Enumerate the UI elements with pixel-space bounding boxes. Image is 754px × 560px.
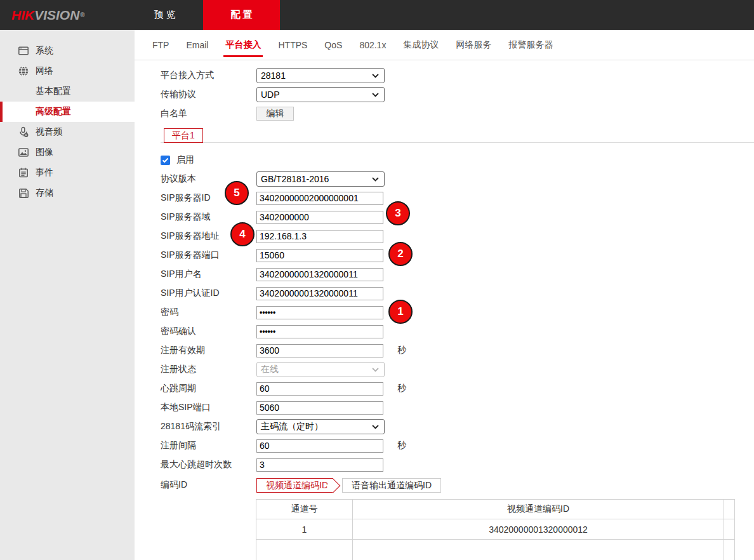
local-sip-port-input[interactable] — [256, 401, 383, 415]
protocol-version-select[interactable]: GB/T28181-2016 — [256, 171, 385, 187]
tab-qos[interactable]: QoS — [324, 30, 342, 60]
sidebar-item-label: 系统 — [36, 45, 53, 57]
sip-server-id-input[interactable] — [256, 192, 383, 205]
nav-tab-configuration[interactable]: 配 置 — [203, 0, 280, 30]
sidebar-item-label: 事件 — [36, 167, 53, 178]
video-channel-encoding-table: 通道号 视频通道编码ID 1 34020000001320000012 — [256, 499, 735, 560]
system-icon — [18, 45, 29, 57]
sidebar-item-label: 基本配置 — [36, 86, 71, 97]
tab-audio-output-channel-encoding-id[interactable]: 语音输出通道编码ID — [342, 478, 441, 493]
table-scroll-spacer — [724, 500, 735, 519]
select-value: 主码流（定时） — [261, 421, 323, 432]
event-icon — [18, 167, 29, 178]
form-row-sip-server-id: SIP服务器ID 5 — [161, 189, 754, 208]
registration-validity-input[interactable] — [256, 344, 383, 357]
sidebar-item-label: 网络 — [36, 65, 53, 77]
video-channel-encoding-id-header: 视频通道编码ID — [353, 500, 724, 519]
sidebar-item-storage[interactable]: 存储 — [0, 183, 135, 203]
registration-interval-input[interactable] — [256, 439, 383, 453]
tab-platform-access[interactable]: 平台接入 — [225, 30, 261, 60]
sidebar-item-audio-video[interactable]: 视音频 — [0, 122, 135, 142]
tab-email[interactable]: Email — [186, 30, 208, 60]
form-row-sip-username: SIP用户名 — [161, 265, 754, 284]
sidebar-item-image[interactable]: 图像 — [0, 142, 135, 163]
form-row-transport: 传输协议 UDP — [161, 85, 754, 104]
sip-server-port-label: SIP服务器端口 — [161, 250, 256, 261]
tab-8021x[interactable]: 802.1x — [359, 30, 386, 60]
registration-validity-label: 注册有效期 — [161, 345, 256, 356]
sidebar-item-advanced-config[interactable]: 高级配置 — [0, 102, 135, 122]
image-icon — [18, 147, 29, 158]
registration-status-label: 注册状态 — [161, 364, 256, 375]
logo-registered-mark: ® — [80, 11, 84, 18]
form-row-stream-index: 28181码流索引 主码流（定时） — [161, 417, 754, 436]
sip-username-input[interactable] — [256, 268, 383, 281]
enable-label: 启用 — [176, 154, 194, 166]
platform-mode-label: 平台接入方式 — [161, 70, 256, 81]
empty-cell — [353, 540, 724, 560]
tab-alarm-server[interactable]: 报警服务器 — [508, 30, 553, 60]
annotation-badge-1: 1 — [388, 300, 413, 324]
sidebar-item-basic-config[interactable]: 基本配置 — [0, 81, 135, 102]
sip-server-address-input[interactable] — [256, 230, 383, 243]
tab-video-channel-encoding-id[interactable]: 视频通道编码ID — [256, 478, 333, 493]
whitelist-edit-button[interactable]: 编辑 — [256, 107, 294, 121]
form-row-sip-server-domain: SIP服务器域 3 — [161, 208, 754, 227]
sip-auth-id-input[interactable] — [256, 287, 383, 300]
sidebar: 系统 网络 基本配置 高级配置 视音频 图像 — [0, 30, 135, 560]
form-row-sip-auth-id: SIP用户认证ID — [161, 284, 754, 303]
sip-server-domain-input[interactable] — [256, 211, 383, 224]
form-row-registration-validity: 注册有效期 秒 — [161, 341, 754, 360]
form-row-registration-interval: 注册间隔 秒 — [161, 436, 754, 455]
sidebar-item-label: 视音频 — [36, 126, 62, 138]
stream-index-select[interactable]: 主码流（定时） — [256, 419, 385, 434]
form-row-encoding-id: 编码ID 视频通道编码ID 语音输出通道编码ID — [161, 474, 754, 496]
channel-number-header: 通道号 — [256, 500, 353, 519]
password-confirm-input[interactable] — [256, 325, 383, 338]
sip-server-domain-label: SIP服务器域 — [161, 211, 256, 223]
tab-ftp[interactable]: FTP — [152, 30, 169, 60]
logo-hik: HIK — [11, 8, 34, 23]
table-row[interactable]: 1 34020000001320000012 — [256, 519, 735, 540]
form-row-password: 密码 1 — [161, 303, 754, 322]
table-row-empty — [256, 540, 735, 560]
sidebar-item-system[interactable]: 系统 — [0, 41, 135, 61]
select-value: 28181 — [261, 70, 286, 81]
chevron-down-icon — [372, 177, 379, 182]
video-channel-encoding-id-cell: 34020000001320000012 — [353, 519, 724, 540]
check-icon — [162, 157, 169, 163]
tab-https[interactable]: HTTPS — [278, 30, 307, 60]
sip-server-port-input[interactable] — [256, 249, 383, 262]
top-bar: HIKVISION® 预 览 配 置 — [0, 0, 754, 30]
form-row-sip-server-port: SIP服务器端口 2 — [161, 246, 754, 265]
max-heartbeat-timeout-label: 最大心跳超时次数 — [161, 459, 256, 470]
password-confirm-label: 密码确认 — [161, 326, 256, 337]
tab-platform-1[interactable]: 平台1 — [164, 128, 203, 143]
table-scroll-spacer — [724, 519, 735, 540]
table-scroll-spacer — [724, 540, 735, 560]
sidebar-item-label: 高级配置 — [36, 106, 71, 117]
nav-tab-preview[interactable]: 预 览 — [135, 0, 195, 30]
enable-checkbox[interactable] — [161, 156, 170, 165]
hikvision-logo: HIKVISION® — [0, 0, 135, 30]
form-row-max-heartbeat-timeout: 最大心跳超时次数 — [161, 455, 754, 474]
settings-tab-bar: FTP Email 平台接入 HTTPS QoS 802.1x 集成协议 网络服… — [135, 30, 754, 60]
annotation-badge-5: 5 — [225, 181, 249, 205]
heartbeat-period-input[interactable] — [256, 382, 383, 396]
password-input[interactable] — [256, 306, 383, 319]
tab-integration-protocol[interactable]: 集成协议 — [403, 30, 439, 60]
transport-select[interactable]: UDP — [256, 87, 385, 102]
max-heartbeat-timeout-input[interactable] — [256, 458, 383, 472]
audio-video-icon — [18, 126, 29, 138]
platform-mode-select[interactable]: 28181 — [256, 68, 385, 83]
sidebar-item-label: 存储 — [36, 187, 53, 199]
sidebar-item-network[interactable]: 网络 — [0, 61, 135, 81]
sidebar-item-event[interactable]: 事件 — [0, 163, 135, 183]
annotation-badge-4: 4 — [230, 222, 255, 246]
platform-access-form: 平台接入方式 28181 传输协议 UDP 白名单 编辑 平台1 — [135, 60, 754, 560]
sip-auth-id-label: SIP用户认证ID — [161, 288, 256, 299]
encoding-id-tabs: 视频通道编码ID 语音输出通道编码ID — [256, 478, 441, 493]
chevron-down-icon — [372, 93, 379, 97]
seconds-unit-label: 秒 — [397, 383, 406, 394]
tab-network-service[interactable]: 网络服务 — [456, 30, 491, 60]
